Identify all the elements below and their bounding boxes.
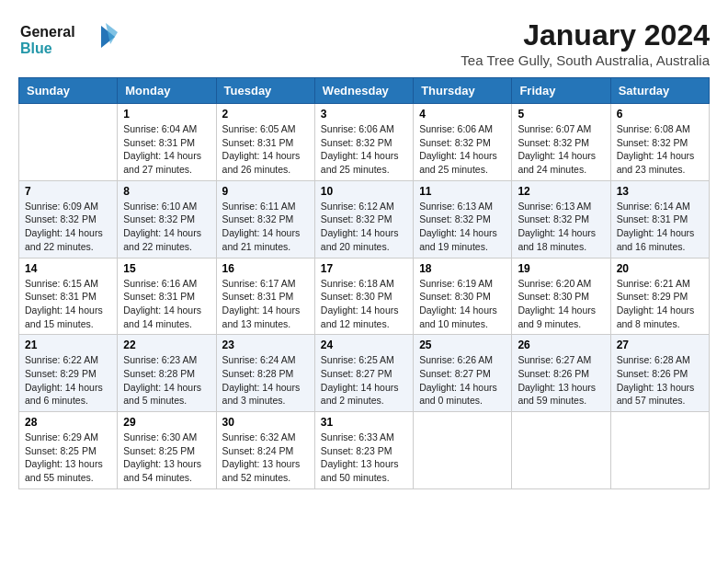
day-info: Sunrise: 6:11 AM Sunset: 8:32 PM Dayligh… xyxy=(222,200,309,254)
calendar-empty-cell xyxy=(610,412,709,489)
logo-icon: General Blue xyxy=(18,18,119,60)
day-number: 11 xyxy=(419,185,506,198)
day-of-week-header: Sunday xyxy=(19,78,118,104)
calendar-day-cell: 26Sunrise: 6:27 AM Sunset: 8:26 PM Dayli… xyxy=(512,335,610,412)
day-info: Sunrise: 6:06 AM Sunset: 8:32 PM Dayligh… xyxy=(321,122,407,177)
day-info: Sunrise: 6:17 AM Sunset: 8:31 PM Dayligh… xyxy=(222,277,309,331)
day-info: Sunrise: 6:19 AM Sunset: 8:30 PM Dayligh… xyxy=(419,277,506,331)
day-number: 23 xyxy=(222,339,309,351)
day-info: Sunrise: 6:21 AM Sunset: 8:29 PM Dayligh… xyxy=(617,277,703,331)
day-number: 6 xyxy=(617,108,703,121)
day-number: 13 xyxy=(617,185,703,198)
calendar-day-cell: 4Sunrise: 6:06 AM Sunset: 8:32 PM Daylig… xyxy=(414,104,512,181)
day-number: 22 xyxy=(123,339,210,351)
page-header: General Blue January 2024 Tea Tree Gully… xyxy=(18,18,710,68)
day-info: Sunrise: 6:04 AM Sunset: 8:31 PM Dayligh… xyxy=(123,122,210,177)
calendar-week-row: 1Sunrise: 6:04 AM Sunset: 8:31 PM Daylig… xyxy=(19,104,710,181)
calendar-day-cell: 6Sunrise: 6:08 AM Sunset: 8:32 PM Daylig… xyxy=(610,104,709,181)
day-number: 25 xyxy=(419,339,506,351)
day-number: 9 xyxy=(222,185,309,198)
day-number: 15 xyxy=(123,262,210,275)
calendar-day-cell: 3Sunrise: 6:06 AM Sunset: 8:32 PM Daylig… xyxy=(314,104,413,181)
day-number: 12 xyxy=(518,185,604,198)
calendar-day-cell: 12Sunrise: 6:13 AM Sunset: 8:32 PM Dayli… xyxy=(512,180,610,258)
calendar-day-cell: 10Sunrise: 6:12 AM Sunset: 8:32 PM Dayli… xyxy=(314,180,413,258)
calendar-day-cell: 15Sunrise: 6:16 AM Sunset: 8:31 PM Dayli… xyxy=(118,258,216,335)
calendar-day-cell: 25Sunrise: 6:26 AM Sunset: 8:27 PM Dayli… xyxy=(414,335,512,412)
day-number: 3 xyxy=(321,108,407,121)
calendar-table: SundayMondayTuesdayWednesdayThursdayFrid… xyxy=(18,77,710,489)
calendar-week-row: 7Sunrise: 6:09 AM Sunset: 8:32 PM Daylig… xyxy=(19,180,710,258)
day-info: Sunrise: 6:06 AM Sunset: 8:32 PM Dayligh… xyxy=(419,122,506,177)
calendar-day-cell: 21Sunrise: 6:22 AM Sunset: 8:29 PM Dayli… xyxy=(19,335,118,412)
day-number: 14 xyxy=(25,262,111,275)
day-number: 29 xyxy=(123,416,210,429)
day-info: Sunrise: 6:27 AM Sunset: 8:26 PM Dayligh… xyxy=(518,353,604,408)
calendar-week-row: 21Sunrise: 6:22 AM Sunset: 8:29 PM Dayli… xyxy=(19,335,710,412)
day-of-week-header: Wednesday xyxy=(314,78,413,104)
day-of-week-header: Friday xyxy=(512,78,610,104)
svg-text:General: General xyxy=(20,24,75,40)
day-number: 1 xyxy=(123,108,210,121)
day-info: Sunrise: 6:15 AM Sunset: 8:31 PM Dayligh… xyxy=(25,277,111,331)
day-info: Sunrise: 6:07 AM Sunset: 8:32 PM Dayligh… xyxy=(518,122,604,177)
calendar-day-cell: 19Sunrise: 6:20 AM Sunset: 8:30 PM Dayli… xyxy=(512,258,610,335)
day-number: 26 xyxy=(518,339,604,351)
day-info: Sunrise: 6:09 AM Sunset: 8:32 PM Dayligh… xyxy=(25,200,111,254)
day-info: Sunrise: 6:16 AM Sunset: 8:31 PM Dayligh… xyxy=(123,277,210,331)
day-info: Sunrise: 6:33 AM Sunset: 8:23 PM Dayligh… xyxy=(321,431,407,485)
day-info: Sunrise: 6:10 AM Sunset: 8:32 PM Dayligh… xyxy=(123,200,210,254)
month-year-title: January 2024 xyxy=(461,18,710,52)
day-of-week-header: Tuesday xyxy=(216,78,314,104)
day-number: 8 xyxy=(123,185,210,198)
day-info: Sunrise: 6:14 AM Sunset: 8:31 PM Dayligh… xyxy=(617,200,703,254)
day-info: Sunrise: 6:18 AM Sunset: 8:30 PM Dayligh… xyxy=(321,277,407,331)
day-number: 2 xyxy=(222,108,309,121)
calendar-empty-cell xyxy=(512,412,610,489)
day-number: 30 xyxy=(222,416,309,429)
calendar-day-cell: 30Sunrise: 6:32 AM Sunset: 8:24 PM Dayli… xyxy=(216,412,314,489)
day-info: Sunrise: 6:13 AM Sunset: 8:32 PM Dayligh… xyxy=(518,200,604,254)
day-number: 27 xyxy=(617,339,703,351)
calendar-day-cell: 11Sunrise: 6:13 AM Sunset: 8:32 PM Dayli… xyxy=(414,180,512,258)
calendar-week-row: 14Sunrise: 6:15 AM Sunset: 8:31 PM Dayli… xyxy=(19,258,710,335)
calendar-day-cell: 1Sunrise: 6:04 AM Sunset: 8:31 PM Daylig… xyxy=(118,104,216,181)
day-number: 24 xyxy=(321,339,407,351)
calendar-day-cell: 8Sunrise: 6:10 AM Sunset: 8:32 PM Daylig… xyxy=(118,180,216,258)
day-info: Sunrise: 6:23 AM Sunset: 8:28 PM Dayligh… xyxy=(123,353,210,408)
day-info: Sunrise: 6:12 AM Sunset: 8:32 PM Dayligh… xyxy=(321,200,407,254)
calendar-day-cell: 20Sunrise: 6:21 AM Sunset: 8:29 PM Dayli… xyxy=(610,258,709,335)
day-info: Sunrise: 6:13 AM Sunset: 8:32 PM Dayligh… xyxy=(419,200,506,254)
day-info: Sunrise: 6:24 AM Sunset: 8:28 PM Dayligh… xyxy=(222,353,309,408)
calendar-day-cell: 18Sunrise: 6:19 AM Sunset: 8:30 PM Dayli… xyxy=(414,258,512,335)
day-info: Sunrise: 6:28 AM Sunset: 8:26 PM Dayligh… xyxy=(617,353,703,408)
day-number: 10 xyxy=(321,185,407,198)
calendar-day-cell: 2Sunrise: 6:05 AM Sunset: 8:31 PM Daylig… xyxy=(216,104,314,181)
day-info: Sunrise: 6:30 AM Sunset: 8:25 PM Dayligh… xyxy=(123,431,210,485)
day-info: Sunrise: 6:32 AM Sunset: 8:24 PM Dayligh… xyxy=(222,431,309,485)
calendar-empty-cell xyxy=(414,412,512,489)
calendar-day-cell: 5Sunrise: 6:07 AM Sunset: 8:32 PM Daylig… xyxy=(512,104,610,181)
svg-text:Blue: Blue xyxy=(20,40,52,56)
day-info: Sunrise: 6:29 AM Sunset: 8:25 PM Dayligh… xyxy=(25,431,111,485)
day-number: 17 xyxy=(321,262,407,275)
day-of-week-header: Monday xyxy=(118,78,216,104)
day-number: 19 xyxy=(518,262,604,275)
calendar-empty-cell xyxy=(19,104,118,181)
day-number: 28 xyxy=(25,416,111,429)
day-info: Sunrise: 6:26 AM Sunset: 8:27 PM Dayligh… xyxy=(419,353,506,408)
calendar-day-cell: 9Sunrise: 6:11 AM Sunset: 8:32 PM Daylig… xyxy=(216,180,314,258)
calendar-day-cell: 23Sunrise: 6:24 AM Sunset: 8:28 PM Dayli… xyxy=(216,335,314,412)
calendar-day-cell: 27Sunrise: 6:28 AM Sunset: 8:26 PM Dayli… xyxy=(610,335,709,412)
day-number: 16 xyxy=(222,262,309,275)
day-of-week-header: Thursday xyxy=(414,78,512,104)
calendar-week-row: 28Sunrise: 6:29 AM Sunset: 8:25 PM Dayli… xyxy=(19,412,710,489)
calendar-day-cell: 13Sunrise: 6:14 AM Sunset: 8:31 PM Dayli… xyxy=(610,180,709,258)
day-number: 21 xyxy=(25,339,111,351)
calendar-day-cell: 31Sunrise: 6:33 AM Sunset: 8:23 PM Dayli… xyxy=(314,412,413,489)
calendar-day-cell: 7Sunrise: 6:09 AM Sunset: 8:32 PM Daylig… xyxy=(19,180,118,258)
day-of-week-header: Saturday xyxy=(610,78,709,104)
day-info: Sunrise: 6:20 AM Sunset: 8:30 PM Dayligh… xyxy=(518,277,604,331)
calendar-title-area: January 2024 Tea Tree Gully, South Austr… xyxy=(461,18,710,68)
calendar-day-cell: 29Sunrise: 6:30 AM Sunset: 8:25 PM Dayli… xyxy=(118,412,216,489)
